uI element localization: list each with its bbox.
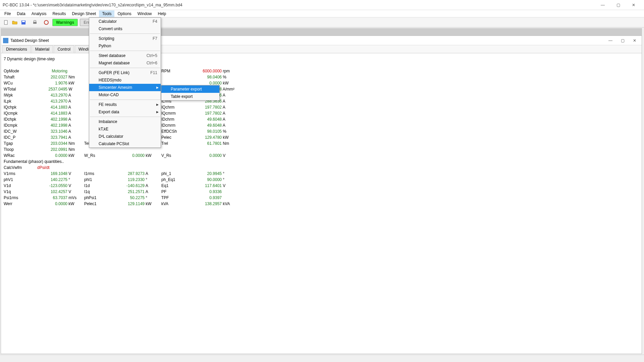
svg-rect-2 bbox=[22, 21, 25, 22]
menu-item-parameter-export[interactable]: Parameter export bbox=[161, 85, 219, 93]
menu-separator bbox=[90, 68, 160, 68]
motor-icon[interactable] bbox=[42, 18, 50, 26]
open-icon[interactable] bbox=[11, 18, 19, 26]
data-row: CalcVwfm dPsi/dt bbox=[4, 165, 639, 171]
menu-data[interactable]: Data bbox=[14, 10, 28, 17]
data-row: phV1140.2275 ° phI1119.2330 ° ph_Eq190.0… bbox=[4, 177, 639, 183]
data-row: WRac0.0000 kW W_Rs0.0000 kW V_Rs0.0000 V bbox=[4, 153, 639, 159]
menu-item-fe-results[interactable]: FE results▶ bbox=[89, 101, 161, 108]
data-row: V1d-123.0550 V I1d-140.6129 A Eq1117.640… bbox=[4, 183, 639, 189]
menu-item-scripting[interactable]: ScriptingF7 bbox=[89, 35, 161, 42]
menu-item-imbalance[interactable]: Imbalance bbox=[89, 118, 161, 125]
app-title: PC-BDC 13.04 - *c:\users\mseb3x\data\mar… bbox=[3, 3, 182, 7]
menu-analysis[interactable]: Analysis bbox=[29, 10, 50, 17]
menu-item-export-data[interactable]: Export data▶ bbox=[89, 108, 161, 116]
menu-tools[interactable]: Tools bbox=[99, 10, 114, 17]
tab-control[interactable]: Control bbox=[54, 45, 74, 53]
tab-dimensions[interactable]: Dimensions bbox=[2, 45, 31, 53]
menu-item-calculate-pcslot[interactable]: Calculate PCSlot bbox=[89, 140, 161, 147]
document-title: Tabbed Design Sheet bbox=[10, 38, 49, 43]
tools-menu[interactable]: CalculatorF4Convert unitsScriptingF7Pyth… bbox=[89, 17, 161, 148]
data-row: Werr0.0000 kW Pelec1129.1149 kW kVA138.2… bbox=[4, 201, 639, 207]
menu-item-d-l-calculator[interactable]: D²L calculator bbox=[89, 133, 161, 140]
menu-item-kt-ke[interactable]: kT,kE bbox=[89, 125, 161, 133]
menu-item-table-export[interactable]: Table export bbox=[161, 93, 219, 100]
menu-separator bbox=[90, 117, 160, 117]
section-header: Fundamental (phasor) quantities.. bbox=[4, 159, 639, 165]
print-icon[interactable] bbox=[31, 18, 39, 26]
warnings-badge[interactable]: Warnings bbox=[52, 19, 78, 26]
save-icon[interactable] bbox=[19, 18, 28, 26]
simcenter-submenu[interactable]: Parameter exportTable export bbox=[161, 85, 220, 101]
menu-results[interactable]: Results bbox=[49, 10, 69, 17]
doc-maximize-button[interactable]: ▢ bbox=[618, 38, 628, 43]
menu-item-motor-cad[interactable]: Motor-CAD bbox=[89, 91, 161, 99]
menubar: FileDataAnalysisResultsDesign SheetTools… bbox=[0, 10, 644, 17]
menu-item-simcenter-amesim[interactable]: Simcenter Amesim▶ bbox=[89, 84, 161, 91]
new-icon[interactable] bbox=[2, 18, 10, 26]
sheet-icon bbox=[3, 38, 8, 43]
menu-help[interactable]: Help bbox=[155, 10, 169, 17]
doc-minimize-button[interactable]: — bbox=[605, 38, 615, 43]
menu-item-magnet-database[interactable]: Magnet databaseCtrl+6 bbox=[89, 59, 161, 67]
data-row: V1q102.4257 V I1q251.2571 A PF0.9336 bbox=[4, 189, 639, 195]
menu-separator bbox=[90, 51, 160, 51]
menu-file[interactable]: File bbox=[1, 10, 14, 17]
svg-rect-4 bbox=[34, 20, 36, 22]
menu-item-convert-units[interactable]: Convert units bbox=[89, 25, 161, 33]
menu-options[interactable]: Options bbox=[114, 10, 134, 17]
data-row: Psi1rms63.7037 mVs phPsi150.2275 ° TPF0.… bbox=[4, 195, 639, 201]
statusbar bbox=[0, 355, 644, 362]
close-button[interactable]: ✕ bbox=[626, 0, 641, 10]
menu-item-steel-database[interactable]: Steel databaseCtrl+5 bbox=[89, 52, 161, 59]
data-row: V1rms169.1048 V I1rms287.9273 A phi_120.… bbox=[4, 171, 639, 177]
menu-item-python[interactable]: Python bbox=[89, 42, 161, 50]
menu-design-sheet[interactable]: Design Sheet bbox=[69, 10, 99, 17]
titlebar: PC-BDC 13.04 - *c:\users\mseb3x\data\mar… bbox=[0, 0, 644, 10]
svg-point-5 bbox=[44, 20, 48, 24]
svg-rect-0 bbox=[4, 20, 7, 24]
menu-separator bbox=[90, 100, 160, 100]
menu-item-gofer-fe-link-[interactable]: GoFER (FE Link)F11 bbox=[89, 69, 161, 76]
minimize-button[interactable]: — bbox=[595, 0, 610, 10]
menu-separator bbox=[90, 34, 160, 34]
menu-item-heeds-mdo[interactable]: HEEDS|mdo bbox=[89, 76, 161, 84]
maximize-button[interactable]: ▢ bbox=[610, 0, 626, 10]
menu-item-calculator[interactable]: CalculatorF4 bbox=[89, 18, 161, 25]
tab-material[interactable]: Material bbox=[32, 45, 53, 53]
doc-close-button[interactable]: ✕ bbox=[630, 38, 640, 43]
menu-window[interactable]: Window bbox=[135, 10, 155, 17]
